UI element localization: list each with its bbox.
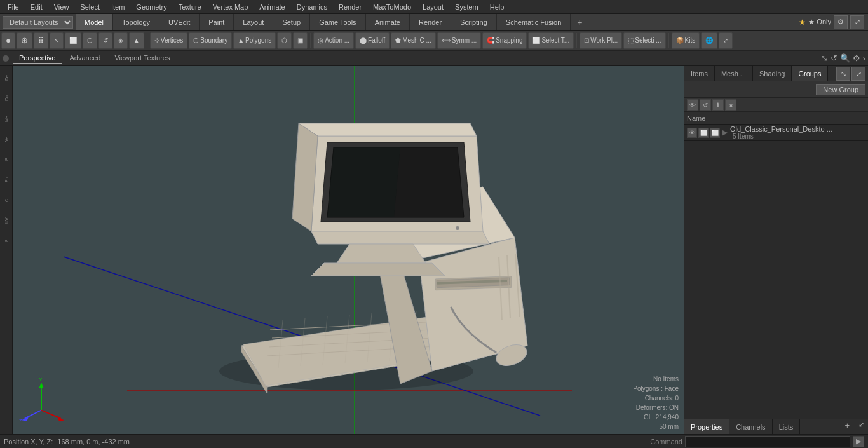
prop-add-button[interactable]: + — [839, 419, 855, 434]
toolbar-transform-btn[interactable]: ⬜ — [65, 32, 81, 49]
rt-tab-shading[interactable]: Shading — [753, 66, 792, 81]
toolbar-work-pl-btn[interactable]: ⊡ Work Pl... — [580, 32, 622, 49]
layout-tab-gametools[interactable]: Game Tools — [310, 14, 366, 30]
menu-help[interactable]: Help — [485, 2, 510, 12]
toolbar-hex-btn[interactable]: ⬡ — [83, 32, 97, 49]
menu-file[interactable]: File — [3, 2, 24, 12]
toolbar-falloff-btn[interactable]: ⬤ Falloff — [355, 32, 390, 49]
layout-tab-render[interactable]: Render — [410, 14, 451, 30]
layout-tab-schematic[interactable]: Schematic Fusion — [497, 14, 571, 30]
layout-tab-model[interactable]: Model — [76, 14, 113, 30]
toolbar-dot-btn[interactable]: ● — [1, 32, 15, 49]
menu-dynamics[interactable]: Dynamics — [292, 2, 332, 12]
menu-texture[interactable]: Texture — [173, 2, 207, 12]
viewport[interactable]: De Du Me Ve E Po C UV F — [0, 66, 684, 434]
menu-select[interactable]: Select — [75, 2, 105, 12]
menu-render[interactable]: Render — [334, 2, 367, 12]
toolbar-diamond-btn[interactable]: ◈ — [114, 32, 128, 49]
toolbar-action-btn[interactable]: ◎ Action ... — [313, 32, 354, 49]
group-row-0[interactable]: 👁 ⬜ ⬜ ▶ Old_Classic_Personal_Deskto ... … — [684, 125, 868, 141]
ls-btn-ve[interactable]: Ve — [1, 130, 11, 149]
groups-eye-btn[interactable]: 👁 — [687, 99, 698, 111]
toolbar-snapping-btn[interactable]: 🧲 Snapping — [482, 32, 527, 49]
rt-popout-icon[interactable]: ⤢ — [851, 67, 865, 81]
menu-vertex-map[interactable]: Vertex Map — [208, 2, 254, 12]
new-group-button[interactable]: New Group — [816, 84, 865, 95]
groups-refresh-btn[interactable]: ↺ — [700, 99, 711, 111]
ls-btn-f[interactable]: F — [1, 231, 11, 250]
ls-btn-uv[interactable]: UV — [1, 211, 11, 230]
menu-animate[interactable]: Animate — [254, 2, 290, 12]
toolbar-rotate-btn[interactable]: ↺ — [98, 32, 112, 49]
toolbar-grid-btn[interactable]: ▣ — [293, 32, 308, 49]
toolbar-mesh-c-btn[interactable]: ⬟ Mesh C ... — [391, 32, 436, 49]
ls-btn-po[interactable]: Po — [1, 170, 11, 189]
vp-reset-icon[interactable]: ↺ — [831, 53, 837, 63]
group-box-icon-2[interactable]: ⬜ — [710, 128, 720, 138]
toolbar-tri-btn[interactable]: ▲ — [129, 32, 144, 49]
vp-zoom-icon[interactable]: 🔍 — [840, 53, 850, 63]
group-eye-icon[interactable]: 👁 — [687, 128, 697, 138]
menu-system[interactable]: System — [450, 2, 484, 12]
layout-add-button[interactable]: + — [572, 15, 587, 29]
vp-fit-icon[interactable]: ⤡ — [821, 53, 828, 63]
menu-geometry[interactable]: Geometry — [131, 2, 172, 12]
groups-star-btn[interactable]: ★ — [725, 99, 736, 111]
toolbar-expand-btn[interactable]: ⤢ — [719, 32, 733, 49]
group-expand-arrow[interactable]: ▶ — [722, 128, 728, 137]
menu-edit[interactable]: Edit — [25, 2, 48, 12]
menu-layout[interactable]: Layout — [417, 2, 449, 12]
ls-btn-c[interactable]: C — [1, 191, 11, 210]
menu-maxtomodo[interactable]: MaxToModo — [368, 2, 416, 12]
toolbar-globe-btn[interactable]: 🌐 — [701, 32, 717, 49]
layout-tab-animate[interactable]: Animate — [366, 14, 410, 30]
layout-expand-icon[interactable]: ⤢ — [850, 15, 864, 29]
ls-btn-de[interactable]: De — [1, 69, 11, 88]
toolbar-kits-btn[interactable]: 📦 Kits — [672, 32, 700, 49]
ls-btn-me[interactable]: Me — [1, 109, 11, 128]
layout-tab-layout[interactable]: Layout — [234, 14, 273, 30]
layout-tab-topology[interactable]: Topology — [113, 14, 159, 30]
vp-left-strip: De Du Me Ve E Po C UV F — [0, 66, 13, 434]
command-run-button[interactable]: ▶ — [853, 436, 864, 447]
vp-tab-viewport-textures[interactable]: Viewport Textures — [108, 53, 176, 64]
ls-btn-e[interactable]: E — [1, 150, 11, 169]
menu-item[interactable]: Item — [106, 2, 130, 12]
polygons-label: Polygons — [245, 37, 271, 44]
rt-tab-groups[interactable]: Groups — [792, 66, 828, 81]
rt-tab-items[interactable]: Items — [684, 66, 715, 81]
layout-dropdown[interactable]: Default Layouts — [3, 16, 73, 29]
prop-expand-button[interactable]: ⤢ — [855, 419, 868, 434]
layout-tab-setup[interactable]: Setup — [273, 14, 310, 30]
command-input[interactable] — [685, 436, 850, 447]
rt-tab-mesh[interactable]: Mesh ... — [715, 66, 753, 81]
vp-chevron-icon[interactable]: › — [863, 53, 865, 63]
prop-tab-lists[interactable]: Lists — [773, 419, 801, 434]
layout-tab-uvedit[interactable]: UVEdit — [159, 14, 200, 30]
svg-marker-44 — [39, 383, 44, 388]
menu-view[interactable]: View — [49, 2, 74, 12]
vp-settings-icon[interactable]: ⚙ — [853, 53, 860, 63]
vp-tab-perspective[interactable]: Perspective — [13, 53, 62, 64]
layout-settings-icon[interactable]: ⚙ — [834, 15, 848, 29]
toolbar-points-btn[interactable]: ⠿ — [34, 32, 48, 49]
layout-tab-scripting[interactable]: Scripting — [451, 14, 497, 30]
toolbar-vertices-btn[interactable]: ⊹ Vertices — [150, 32, 188, 49]
rt-expand-icon[interactable]: ⤡ — [836, 67, 850, 81]
groups-info-btn[interactable]: ℹ — [712, 99, 724, 111]
layout-tab-paint[interactable]: Paint — [200, 14, 234, 30]
vp-tab-advanced[interactable]: Advanced — [63, 53, 107, 64]
ls-btn-du[interactable]: Du — [1, 89, 11, 108]
prop-tab-channels[interactable]: Channels — [729, 419, 772, 434]
prop-tab-properties[interactable]: Properties — [684, 419, 729, 434]
toolbar-polygons-btn[interactable]: ▲ Polygons — [233, 32, 276, 49]
toolbar-select-t-btn[interactable]: ⬜ Select T... — [528, 32, 574, 49]
toolbar-selecti-btn[interactable]: ⬚ Selecti ... — [623, 32, 665, 49]
viewport-status: No Items Polygons : Face Channels: 0 Def… — [633, 374, 679, 431]
toolbar-mesh-icon-btn[interactable]: ⬡ — [277, 32, 292, 49]
toolbar-symm-btn[interactable]: ⟺ Symm ... — [437, 32, 481, 49]
toolbar-boundary-btn[interactable]: ⬡ Boundary — [189, 32, 232, 49]
toolbar-cursor-btn[interactable]: ↖ — [50, 32, 64, 49]
group-box-icon-1[interactable]: ⬜ — [698, 128, 709, 138]
toolbar-crosshair-btn[interactable]: ⊕ — [17, 32, 32, 49]
